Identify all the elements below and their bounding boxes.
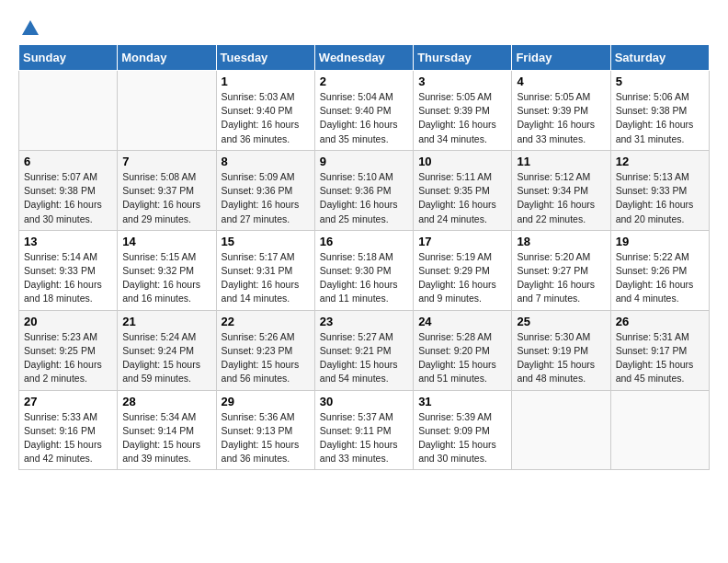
day-info: Sunrise: 5:31 AM Sunset: 9:17 PM Dayligh… [616, 331, 694, 385]
calendar-week: 1Sunrise: 5:03 AM Sunset: 9:40 PM Daylig… [19, 71, 710, 151]
day-number: 10 [418, 155, 506, 168]
day-info: Sunrise: 5:30 AM Sunset: 9:19 PM Dayligh… [517, 331, 595, 385]
day-info: Sunrise: 5:06 AM Sunset: 9:38 PM Dayligh… [616, 91, 694, 144]
calendar-cell: 18Sunrise: 5:20 AM Sunset: 9:27 PM Dayli… [512, 230, 610, 310]
day-number: 1 [222, 75, 310, 88]
calendar-cell: 19Sunrise: 5:22 AM Sunset: 9:26 PM Dayli… [610, 230, 709, 310]
day-info: Sunrise: 5:05 AM Sunset: 9:39 PM Dayligh… [418, 91, 496, 144]
day-info: Sunrise: 5:19 AM Sunset: 9:29 PM Dayligh… [418, 251, 496, 304]
day-info: Sunrise: 5:28 AM Sunset: 9:20 PM Dayligh… [418, 331, 496, 385]
day-number: 12 [616, 155, 704, 168]
weekday-header: Wednesday [314, 45, 413, 71]
calendar-cell [118, 71, 216, 151]
day-info: Sunrise: 5:39 AM Sunset: 9:09 PM Dayligh… [418, 411, 496, 465]
weekday-header: Sunday [19, 45, 118, 71]
calendar-cell [610, 390, 709, 470]
day-number: 11 [517, 155, 605, 168]
day-number: 25 [517, 315, 605, 328]
day-number: 23 [320, 315, 408, 328]
calendar-cell: 21Sunrise: 5:24 AM Sunset: 9:24 PM Dayli… [118, 310, 216, 390]
day-number: 14 [122, 235, 210, 248]
calendar-cell: 10Sunrise: 5:11 AM Sunset: 9:35 PM Dayli… [414, 150, 512, 230]
calendar-cell: 24Sunrise: 5:28 AM Sunset: 9:20 PM Dayli… [414, 310, 512, 390]
page-header [18, 18, 710, 35]
calendar-cell [19, 71, 118, 151]
day-info: Sunrise: 5:15 AM Sunset: 9:32 PM Dayligh… [122, 251, 200, 304]
calendar-cell: 16Sunrise: 5:18 AM Sunset: 9:30 PM Dayli… [314, 230, 413, 310]
day-number: 31 [418, 395, 506, 408]
day-number: 29 [222, 395, 310, 408]
calendar-week: 20Sunrise: 5:23 AM Sunset: 9:25 PM Dayli… [19, 310, 710, 390]
calendar-cell: 1Sunrise: 5:03 AM Sunset: 9:40 PM Daylig… [216, 71, 314, 151]
calendar-cell: 6Sunrise: 5:07 AM Sunset: 9:38 PM Daylig… [19, 150, 118, 230]
day-number: 9 [320, 155, 408, 168]
day-info: Sunrise: 5:09 AM Sunset: 9:36 PM Dayligh… [222, 171, 300, 224]
calendar-cell: 17Sunrise: 5:19 AM Sunset: 9:29 PM Dayli… [414, 230, 512, 310]
day-number: 26 [616, 315, 704, 328]
day-number: 7 [122, 155, 210, 168]
day-info: Sunrise: 5:22 AM Sunset: 9:26 PM Dayligh… [616, 251, 694, 304]
calendar-cell: 31Sunrise: 5:39 AM Sunset: 9:09 PM Dayli… [414, 390, 512, 470]
day-info: Sunrise: 5:34 AM Sunset: 9:14 PM Dayligh… [122, 411, 200, 465]
calendar-table: SundayMondayTuesdayWednesdayThursdayFrid… [18, 44, 710, 470]
day-info: Sunrise: 5:05 AM Sunset: 9:39 PM Dayligh… [517, 91, 595, 144]
day-number: 5 [616, 75, 704, 88]
calendar-cell [512, 390, 610, 470]
day-info: Sunrise: 5:07 AM Sunset: 9:38 PM Dayligh… [24, 171, 102, 224]
day-number: 16 [320, 235, 408, 248]
calendar-header: SundayMondayTuesdayWednesdayThursdayFrid… [19, 45, 710, 71]
calendar-cell: 5Sunrise: 5:06 AM Sunset: 9:38 PM Daylig… [610, 71, 709, 151]
day-info: Sunrise: 5:33 AM Sunset: 9:16 PM Dayligh… [24, 411, 102, 465]
day-number: 30 [320, 395, 408, 408]
calendar-cell: 13Sunrise: 5:14 AM Sunset: 9:33 PM Dayli… [19, 230, 118, 310]
calendar-cell: 4Sunrise: 5:05 AM Sunset: 9:39 PM Daylig… [512, 71, 610, 151]
day-info: Sunrise: 5:04 AM Sunset: 9:40 PM Dayligh… [320, 91, 398, 144]
day-info: Sunrise: 5:11 AM Sunset: 9:35 PM Dayligh… [418, 171, 496, 224]
calendar-cell: 23Sunrise: 5:27 AM Sunset: 9:21 PM Dayli… [314, 310, 413, 390]
calendar-cell: 26Sunrise: 5:31 AM Sunset: 9:17 PM Dayli… [610, 310, 709, 390]
day-number: 8 [222, 155, 310, 168]
logo [18, 18, 40, 35]
day-info: Sunrise: 5:10 AM Sunset: 9:36 PM Dayligh… [320, 171, 398, 224]
calendar-cell: 8Sunrise: 5:09 AM Sunset: 9:36 PM Daylig… [216, 150, 314, 230]
day-number: 17 [418, 235, 506, 248]
day-number: 3 [418, 75, 506, 88]
logo-icon [20, 18, 40, 39]
day-number: 24 [418, 315, 506, 328]
day-number: 15 [222, 235, 310, 248]
calendar-cell: 11Sunrise: 5:12 AM Sunset: 9:34 PM Dayli… [512, 150, 610, 230]
weekday-header: Monday [118, 45, 216, 71]
calendar-cell: 25Sunrise: 5:30 AM Sunset: 9:19 PM Dayli… [512, 310, 610, 390]
day-info: Sunrise: 5:20 AM Sunset: 9:27 PM Dayligh… [517, 251, 595, 304]
day-info: Sunrise: 5:36 AM Sunset: 9:13 PM Dayligh… [222, 411, 300, 465]
weekday-header: Thursday [414, 45, 512, 71]
calendar-cell: 7Sunrise: 5:08 AM Sunset: 9:37 PM Daylig… [118, 150, 216, 230]
day-number: 22 [222, 315, 310, 328]
day-info: Sunrise: 5:14 AM Sunset: 9:33 PM Dayligh… [24, 251, 102, 304]
day-info: Sunrise: 5:18 AM Sunset: 9:30 PM Dayligh… [320, 251, 398, 304]
calendar-cell: 12Sunrise: 5:13 AM Sunset: 9:33 PM Dayli… [610, 150, 709, 230]
calendar-week: 27Sunrise: 5:33 AM Sunset: 9:16 PM Dayli… [19, 390, 710, 470]
day-number: 6 [24, 155, 112, 168]
day-number: 21 [122, 315, 210, 328]
calendar-cell: 15Sunrise: 5:17 AM Sunset: 9:31 PM Dayli… [216, 230, 314, 310]
calendar-cell: 29Sunrise: 5:36 AM Sunset: 9:13 PM Dayli… [216, 390, 314, 470]
calendar-cell: 14Sunrise: 5:15 AM Sunset: 9:32 PM Dayli… [118, 230, 216, 310]
day-number: 19 [616, 235, 704, 248]
day-info: Sunrise: 5:12 AM Sunset: 9:34 PM Dayligh… [517, 171, 595, 224]
day-number: 4 [517, 75, 605, 88]
day-info: Sunrise: 5:24 AM Sunset: 9:24 PM Dayligh… [122, 331, 200, 385]
day-info: Sunrise: 5:13 AM Sunset: 9:33 PM Dayligh… [616, 171, 694, 224]
day-number: 20 [24, 315, 112, 328]
day-info: Sunrise: 5:27 AM Sunset: 9:21 PM Dayligh… [320, 331, 398, 385]
weekday-header: Tuesday [216, 45, 314, 71]
calendar-cell: 30Sunrise: 5:37 AM Sunset: 9:11 PM Dayli… [314, 390, 413, 470]
calendar-cell: 28Sunrise: 5:34 AM Sunset: 9:14 PM Dayli… [118, 390, 216, 470]
calendar-cell: 27Sunrise: 5:33 AM Sunset: 9:16 PM Dayli… [19, 390, 118, 470]
calendar-cell: 20Sunrise: 5:23 AM Sunset: 9:25 PM Dayli… [19, 310, 118, 390]
calendar-cell: 3Sunrise: 5:05 AM Sunset: 9:39 PM Daylig… [414, 71, 512, 151]
day-number: 2 [320, 75, 408, 88]
calendar-cell: 2Sunrise: 5:04 AM Sunset: 9:40 PM Daylig… [314, 71, 413, 151]
day-info: Sunrise: 5:23 AM Sunset: 9:25 PM Dayligh… [24, 331, 102, 385]
day-number: 13 [24, 235, 112, 248]
